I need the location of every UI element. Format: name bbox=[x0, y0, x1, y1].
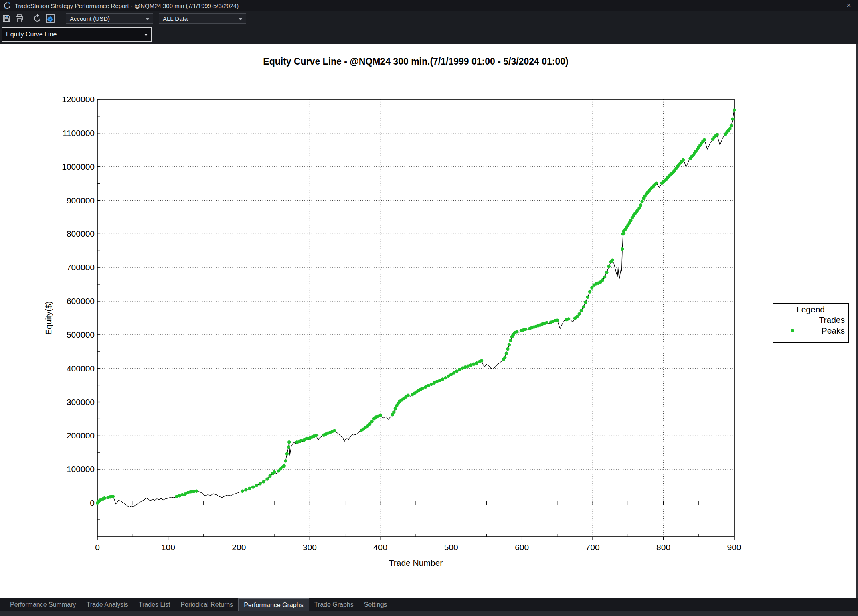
peak-dot bbox=[287, 446, 290, 449]
peak-dot bbox=[262, 480, 265, 483]
peak-dot bbox=[287, 440, 291, 444]
peaks-dot-sample bbox=[776, 329, 809, 332]
tab-periodical-returns[interactable]: Periodical Returns bbox=[175, 598, 238, 611]
peak-dot bbox=[601, 278, 604, 282]
peak-dot bbox=[103, 496, 106, 500]
peak-dot bbox=[295, 440, 298, 444]
equity-curve-plot: 0100200300400500600700800900010000020000… bbox=[0, 0, 858, 616]
y-tick-label: 1000000 bbox=[62, 162, 95, 171]
legend-title: Legend bbox=[773, 305, 848, 314]
peak-dot bbox=[241, 490, 244, 493]
peak-dot bbox=[392, 410, 395, 413]
peak-dot bbox=[567, 317, 570, 320]
peak-dot bbox=[590, 286, 593, 289]
tab-trade-graphs[interactable]: Trade Graphs bbox=[309, 598, 359, 611]
peak-dot bbox=[640, 200, 644, 203]
y-tick-label: 900000 bbox=[67, 196, 95, 205]
report-tab-bar: Performance SummaryTrade AnalysisTrades … bbox=[0, 598, 858, 611]
x-tick-label: 600 bbox=[515, 543, 529, 552]
peak-dot bbox=[556, 319, 559, 322]
peak-dot bbox=[524, 328, 527, 331]
y-tick-label: 1200000 bbox=[62, 95, 95, 104]
peak-dot bbox=[333, 429, 336, 432]
y-tick-label: 300000 bbox=[67, 397, 95, 407]
peak-dot bbox=[508, 343, 511, 346]
x-tick-label: 300 bbox=[303, 543, 317, 552]
x-tick-label: 400 bbox=[373, 543, 387, 552]
legend-row-peaks: Peaks bbox=[773, 325, 848, 336]
peak-dot bbox=[449, 373, 453, 376]
peak-dot bbox=[268, 474, 271, 478]
peak-dot bbox=[509, 339, 512, 342]
peak-dot bbox=[716, 133, 719, 136]
tab-performance-graphs[interactable]: Performance Graphs bbox=[238, 598, 309, 611]
peak-dot bbox=[621, 247, 624, 251]
x-tick-label: 0 bbox=[95, 543, 100, 552]
peak-dot bbox=[259, 482, 262, 485]
peak-dot bbox=[394, 407, 397, 410]
y-tick-label: 600000 bbox=[67, 296, 95, 306]
y-tick-label: 200000 bbox=[67, 431, 95, 440]
peak-dot bbox=[605, 271, 608, 274]
peak-dot bbox=[181, 493, 184, 496]
peak-dot bbox=[586, 296, 589, 299]
legend-peaks-label: Peaks bbox=[809, 326, 845, 336]
peak-dot bbox=[577, 312, 581, 316]
peak-dot bbox=[444, 376, 447, 379]
peak-dot bbox=[195, 490, 198, 493]
x-tick-label: 100 bbox=[161, 543, 175, 552]
equity-curve-line bbox=[97, 110, 734, 507]
peak-dot bbox=[582, 305, 585, 308]
peak-dot bbox=[452, 371, 455, 374]
peak-dot bbox=[703, 138, 706, 141]
tab-performance-summary[interactable]: Performance Summary bbox=[5, 598, 81, 611]
x-tick-label: 800 bbox=[656, 543, 670, 552]
y-tick-label: 700000 bbox=[67, 263, 95, 272]
peak-dot bbox=[503, 356, 506, 359]
plot-frame bbox=[97, 99, 734, 537]
peak-dot bbox=[406, 394, 409, 397]
peak-dot bbox=[248, 487, 251, 490]
window-bottom-strip bbox=[0, 611, 858, 616]
peak-dot bbox=[255, 484, 258, 487]
peak-dot bbox=[730, 124, 733, 127]
peak-dot bbox=[584, 300, 587, 304]
peak-dot bbox=[682, 158, 685, 162]
x-tick-label: 500 bbox=[444, 543, 458, 552]
peak-dot bbox=[515, 330, 518, 333]
tab-trade-analysis[interactable]: Trade Analysis bbox=[81, 598, 134, 611]
peak-dot bbox=[285, 452, 289, 455]
peak-dot bbox=[244, 488, 247, 491]
peak-dot bbox=[728, 127, 731, 130]
peak-dot bbox=[283, 464, 286, 468]
peak-dot bbox=[506, 347, 509, 351]
peak-dot bbox=[733, 109, 736, 112]
peak-dot bbox=[655, 182, 658, 185]
peak-dot bbox=[447, 375, 450, 378]
peak-dot bbox=[545, 321, 548, 324]
peak-dot bbox=[379, 414, 382, 417]
legend: Legend Trades Peaks bbox=[773, 303, 849, 343]
peak-dot bbox=[731, 117, 734, 120]
x-tick-label: 200 bbox=[232, 543, 246, 552]
y-tick-label: 800000 bbox=[67, 229, 95, 238]
x-tick-label: 900 bbox=[727, 543, 741, 552]
trades-line-sample bbox=[776, 320, 809, 320]
peak-dot bbox=[175, 495, 178, 498]
peak-dot bbox=[505, 352, 508, 355]
peak-dot bbox=[284, 459, 287, 462]
peak-dot bbox=[370, 420, 373, 423]
peak-dot bbox=[455, 369, 458, 373]
peak-dot bbox=[111, 495, 115, 498]
peak-dot bbox=[273, 470, 276, 474]
peak-dot bbox=[637, 207, 641, 210]
peak-dot bbox=[265, 477, 269, 480]
tab-settings[interactable]: Settings bbox=[359, 598, 393, 611]
peak-dot bbox=[189, 490, 192, 493]
y-tick-label: 100000 bbox=[67, 464, 95, 474]
peak-dot bbox=[611, 259, 614, 262]
legend-trades-label: Trades bbox=[809, 315, 845, 325]
legend-row-trades: Trades bbox=[773, 314, 848, 325]
tab-trades-list[interactable]: Trades List bbox=[134, 598, 176, 611]
x-tick-label: 700 bbox=[586, 543, 600, 552]
